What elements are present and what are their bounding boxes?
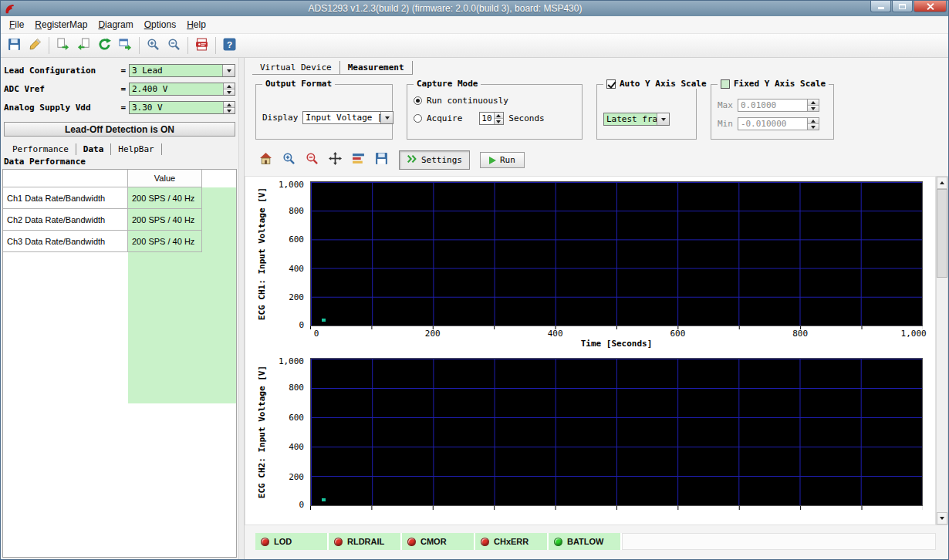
chart-save-button[interactable] xyxy=(371,150,392,170)
spin-down-icon[interactable] xyxy=(224,89,235,95)
spin-up-icon[interactable] xyxy=(495,113,504,119)
zoom-out-icon xyxy=(167,38,181,54)
output-format-legend: Output Format xyxy=(262,79,335,89)
chart-zoom-in-button[interactable] xyxy=(279,150,299,170)
frame-select[interactable]: Latest frame xyxy=(603,113,670,126)
menu-registermap[interactable]: RegisterMap xyxy=(29,18,93,32)
toolbar-edit-button[interactable] xyxy=(25,35,46,56)
spin-up-icon[interactable] xyxy=(224,102,235,108)
scroll-down-button[interactable] xyxy=(937,512,947,525)
ecg-ch1-chart: ECG CH1: Input Voltage [V] 1,000 800 600… xyxy=(255,181,923,352)
ch2-plot-area[interactable] xyxy=(310,358,923,506)
acquire-label: Acquire xyxy=(427,113,462,123)
run-button[interactable]: Run xyxy=(480,152,525,168)
window-controls xyxy=(870,1,947,12)
radio-unchecked-icon[interactable] xyxy=(414,114,422,123)
toolbar-read-device-button[interactable] xyxy=(73,35,94,56)
tab-virtual-device[interactable]: Virtual Device xyxy=(252,61,340,74)
equals-sign: = xyxy=(120,84,126,94)
toolbar-separator xyxy=(187,37,188,54)
status-row-filler xyxy=(622,533,936,550)
spin-up-icon[interactable] xyxy=(808,100,819,106)
help-icon: ? xyxy=(223,38,236,54)
menu-diagram[interactable]: Diagram xyxy=(93,18,138,32)
tab-measurement[interactable]: Measurement xyxy=(340,61,413,74)
panel-splitter[interactable] xyxy=(238,58,245,559)
ch1-plot-area[interactable] xyxy=(310,181,923,326)
run-continuously-label: Run continuously xyxy=(427,96,508,106)
lod-led-icon xyxy=(261,538,269,546)
y-min-spinner[interactable]: -0.010000 xyxy=(738,117,819,130)
spinner-buttons[interactable] xyxy=(494,113,504,124)
settings-button[interactable]: Settings xyxy=(399,150,470,170)
maximize-icon xyxy=(899,4,906,9)
radio-checked-icon[interactable] xyxy=(414,96,422,105)
run-continuously-option[interactable]: Run continuously xyxy=(414,96,576,106)
toolbar-save-button[interactable] xyxy=(4,35,25,56)
dropdown-arrow-icon[interactable] xyxy=(222,65,235,76)
close-button[interactable] xyxy=(914,1,947,12)
minimize-button[interactable] xyxy=(870,1,891,12)
leadoff-detection-banner[interactable]: Lead-Off Detection is ON xyxy=(4,122,235,137)
batlow-led-icon xyxy=(554,538,562,546)
cmor-led-icon xyxy=(407,538,416,546)
spinner-buttons[interactable] xyxy=(223,102,235,113)
main-toolbar: ? xyxy=(1,33,948,58)
tab-performance[interactable]: Performance xyxy=(5,143,76,155)
x-tick: 1,000 xyxy=(901,329,927,339)
menu-options[interactable]: Options xyxy=(139,18,181,32)
analog-supply-spinner[interactable]: 3.30 V xyxy=(129,101,235,114)
spin-down-icon[interactable] xyxy=(224,108,235,113)
lod-indicator: LOD xyxy=(255,533,329,550)
acquire-seconds-value: 10 xyxy=(480,113,493,124)
menu-file[interactable]: File xyxy=(4,18,29,32)
pan-icon xyxy=(329,152,342,168)
fixed-y-checkbox[interactable] xyxy=(721,79,730,89)
lead-configuration-select[interactable]: 3 Lead xyxy=(129,64,235,77)
scrollbar-thumb[interactable] xyxy=(937,189,947,278)
chart-legend-button[interactable] xyxy=(348,150,369,170)
scroll-up-button[interactable] xyxy=(937,177,947,189)
maximize-button[interactable] xyxy=(892,1,913,12)
adc-vref-spinner[interactable]: 2.400 V xyxy=(129,83,235,96)
spinner-buttons[interactable] xyxy=(807,100,819,111)
toolbar-refresh-button[interactable] xyxy=(94,35,115,56)
display-format-select[interactable]: Input Voltage [V] xyxy=(302,111,393,124)
toolbar-zoom-in-button[interactable] xyxy=(143,35,164,56)
spinner-buttons[interactable] xyxy=(223,83,235,95)
app-logo-icon xyxy=(4,2,16,15)
spin-down-icon[interactable] xyxy=(495,119,504,124)
y-tick: 600 xyxy=(289,234,304,245)
chart-home-button[interactable] xyxy=(255,150,276,170)
save-icon xyxy=(8,38,21,54)
display-format-value: Input Voltage [V] xyxy=(303,112,380,123)
auto-y-checkbox[interactable] xyxy=(606,79,616,89)
toolbar-pdf-report-button[interactable] xyxy=(191,35,212,56)
y-max-label: Max xyxy=(718,100,733,110)
toolbar-write-device-button[interactable] xyxy=(52,35,73,56)
spin-down-icon[interactable] xyxy=(808,106,819,111)
tab-helpbar[interactable]: HelpBar xyxy=(111,143,161,155)
spinner-buttons[interactable] xyxy=(807,118,819,130)
chart-pan-button[interactable] xyxy=(325,150,346,170)
toolbar-zoom-out-button[interactable] xyxy=(164,35,184,56)
ch2-tick-strip xyxy=(310,506,923,511)
close-icon xyxy=(927,2,934,10)
dropdown-arrow-icon[interactable] xyxy=(657,113,669,125)
spin-down-icon[interactable] xyxy=(808,124,819,130)
batlow-indicator: BATLOW xyxy=(549,533,622,550)
toolbar-help-button[interactable]: ? xyxy=(219,35,240,56)
acquire-seconds-spinner[interactable]: 10 xyxy=(479,112,504,125)
chart-zoom-out-button[interactable] xyxy=(302,150,323,170)
toolbar-export-button[interactable] xyxy=(115,35,136,56)
charts-scrollbar[interactable] xyxy=(936,176,948,525)
spin-up-icon[interactable] xyxy=(808,118,819,124)
rldrail-led-icon xyxy=(334,538,343,546)
zoom-in-icon xyxy=(147,38,160,54)
x-tick: 200 xyxy=(425,329,441,339)
spin-up-icon[interactable] xyxy=(224,83,235,89)
menu-help[interactable]: Help xyxy=(181,18,211,32)
tab-data[interactable]: Data xyxy=(76,143,112,155)
y-max-spinner[interactable]: 0.01000 xyxy=(738,99,819,112)
dropdown-arrow-icon[interactable] xyxy=(380,112,393,123)
